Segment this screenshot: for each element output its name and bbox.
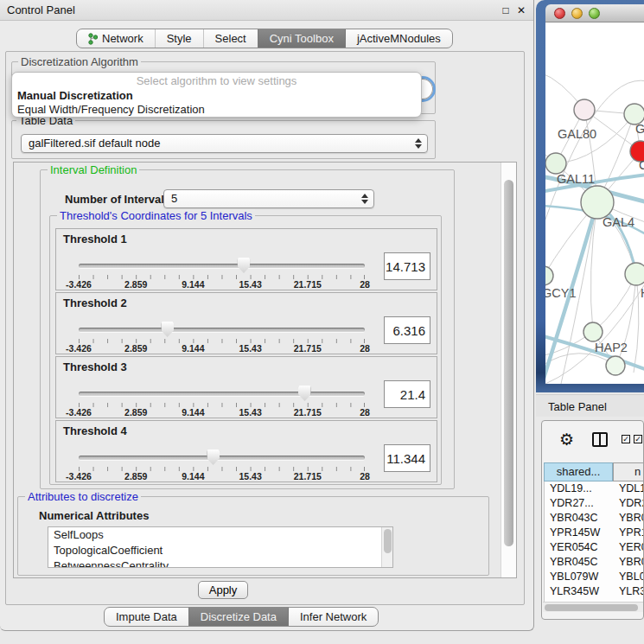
checkbox-icon[interactable]: ✓ xyxy=(622,435,630,443)
network-node[interactable] xyxy=(625,263,644,285)
cell[interactable]: YBR0 xyxy=(619,511,644,526)
cell[interactable]: YPR145W xyxy=(550,526,614,540)
threshold-1-slider[interactable] xyxy=(79,264,365,268)
cell[interactable]: YLR345W xyxy=(550,584,614,599)
network-window-titlebar xyxy=(545,4,644,22)
tab-label: Style xyxy=(167,29,192,48)
tab-select[interactable]: Select xyxy=(203,29,258,48)
tab-style[interactable]: Style xyxy=(155,29,203,48)
interval-definition-group: Interval Definition Number of Intervals … xyxy=(40,169,455,489)
dropdown-option-equal-width-frequency[interactable]: Equal Width/Frequency Discretization xyxy=(12,103,421,117)
cyni-mode-tabs: Impute Data Discretize Data Infer Networ… xyxy=(104,607,379,627)
tab-impute-data[interactable]: Impute Data xyxy=(105,608,188,626)
close-window-icon[interactable]: ✕ xyxy=(514,3,528,17)
slider-track[interactable] xyxy=(79,264,365,268)
cell[interactable]: YBR045C xyxy=(550,555,614,570)
tab-label: Discretize Data xyxy=(201,608,277,626)
slider-tick-labels: -3.426 2.859 9.144 15.43 21.715 28 xyxy=(79,279,365,290)
stepper-icon xyxy=(414,138,422,149)
scrollbar-thumb[interactable] xyxy=(384,529,392,553)
columns-icon[interactable] xyxy=(592,432,608,447)
float-window-icon[interactable]: □ xyxy=(499,3,513,17)
minimize-traffic-light-icon[interactable] xyxy=(571,8,583,19)
tick-label: 21.715 xyxy=(294,343,322,354)
scrollbar-thumb[interactable] xyxy=(545,604,638,611)
cell[interactable]: YBL079W xyxy=(550,570,614,584)
list-item[interactable]: BetweennessCentrality xyxy=(48,558,392,568)
table-row[interactable]: YBR043CYBR0 xyxy=(545,511,644,526)
threshold-1-value-field[interactable]: 14.713 xyxy=(384,252,430,280)
list-item[interactable]: TopologicalCoefficient xyxy=(48,543,392,558)
numerical-attributes-label: Numerical Attributes xyxy=(39,509,149,522)
table-row[interactable]: YPR145WYPR1 xyxy=(545,526,644,540)
table-row[interactable]: YBL079WYBL0 xyxy=(545,570,644,584)
apply-button[interactable]: Apply xyxy=(198,581,248,599)
cell[interactable]: YDR27... xyxy=(550,496,614,511)
table-data-combobox[interactable]: galFiltered.sif default node xyxy=(21,134,428,153)
network-node[interactable] xyxy=(606,356,625,375)
threshold-3-slider[interactable] xyxy=(79,392,365,396)
cell[interactable]: YBR043C xyxy=(550,511,614,526)
threshold-4-value-field[interactable]: 11.344 xyxy=(384,444,430,472)
tab-discretize-data[interactable]: Discretize Data xyxy=(188,608,288,626)
cell[interactable]: YER0 xyxy=(619,540,644,555)
slider-knob[interactable] xyxy=(237,258,250,273)
network-node[interactable] xyxy=(581,186,614,219)
slider-track[interactable] xyxy=(79,392,365,396)
threshold-2-value-field[interactable]: 6.316 xyxy=(384,316,430,344)
table-row[interactable]: YER054CYER0 xyxy=(545,540,644,555)
table-row[interactable]: YDR27...YDR2 xyxy=(545,496,644,511)
slider-knob[interactable] xyxy=(161,322,174,337)
zoom-traffic-light-icon[interactable] xyxy=(589,8,600,19)
dropdown-option-manual-discretization[interactable]: Manual Discretization xyxy=(12,89,421,103)
cell[interactable]: YER054C xyxy=(550,540,614,555)
tab-infer-network[interactable]: Infer Network xyxy=(288,608,378,626)
tick-label: 21.715 xyxy=(294,407,322,418)
network-node[interactable] xyxy=(545,153,566,174)
cell[interactable]: YLR3 xyxy=(619,584,644,599)
cell[interactable]: YDL1 xyxy=(619,481,644,496)
cell[interactable]: YDL19... xyxy=(550,481,614,496)
network-node[interactable] xyxy=(545,266,553,285)
slider-knob[interactable] xyxy=(207,450,220,465)
tick-label: 2.859 xyxy=(124,343,147,354)
slider-knob[interactable] xyxy=(298,386,311,401)
table-row[interactable]: YDL19...YDL1 xyxy=(545,481,644,496)
tab-label: Network xyxy=(102,29,143,48)
slider-track[interactable] xyxy=(79,328,365,332)
list-scrollbar[interactable] xyxy=(381,527,392,567)
threshold-2-slider[interactable] xyxy=(79,328,365,332)
threshold-3-value-field[interactable]: 21.4 xyxy=(384,380,430,408)
tab-jactivemnodules[interactable]: jActiveMNodules xyxy=(345,29,452,48)
scrollbar-thumb[interactable] xyxy=(504,180,513,546)
network-node[interactable] xyxy=(574,99,595,120)
cyni-settings-panel: Discretization Algorithm Select algorith… xyxy=(5,51,525,605)
settings-vertical-scrollbar[interactable] xyxy=(501,163,517,577)
threshold-4-slider[interactable] xyxy=(79,456,365,460)
tick-label: -3.426 xyxy=(66,407,92,418)
tick-label: 2.859 xyxy=(124,471,147,481)
list-item[interactable]: SelfLoops xyxy=(48,527,392,543)
threshold-4-panel: Threshold 4 -3.426 2.859 9.144 xyxy=(55,420,437,482)
cell[interactable]: YPR1 xyxy=(619,526,644,540)
cell[interactable]: YDR2 xyxy=(619,496,644,511)
slider-track[interactable] xyxy=(79,456,365,460)
column-header-name[interactable]: n xyxy=(613,462,644,481)
gear-icon[interactable]: ⚙ xyxy=(559,430,574,450)
tab-network[interactable]: Network xyxy=(77,29,155,48)
network-node[interactable] xyxy=(583,322,603,341)
table-horizontal-scrollbar[interactable] xyxy=(543,602,644,612)
cell[interactable]: YBL0 xyxy=(619,570,644,584)
node-label: HAP2 xyxy=(595,341,628,354)
window-title: Control Panel xyxy=(7,3,75,16)
cell[interactable]: YBR0 xyxy=(619,555,644,570)
column-header-shared-name[interactable]: shared... xyxy=(544,462,613,481)
checkbox-icon[interactable]: ✓ xyxy=(634,435,642,443)
table-row[interactable]: YLR345WYLR3 xyxy=(545,584,644,599)
close-traffic-light-icon[interactable] xyxy=(554,8,565,19)
network-canvas[interactable]: GAL80 GA C GAL11 GAL4 GCY1 H HAP2 xyxy=(545,22,644,384)
tab-cyni-toolbox[interactable]: Cyni Toolbox xyxy=(258,29,345,48)
attributes-group: Attributes to discretize Numerical Attri… xyxy=(17,496,489,576)
table-row[interactable]: YBR045CYBR0 xyxy=(545,555,644,570)
number-of-intervals-combobox[interactable]: 5 xyxy=(163,189,374,208)
